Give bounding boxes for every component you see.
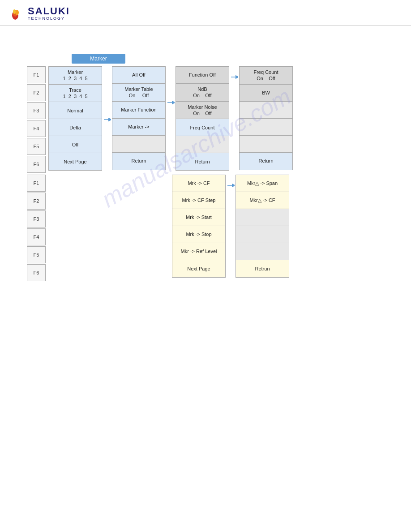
cell-marker-numbers[interactable]: Marker1 2 3 4 5 (49, 67, 102, 85)
panel-2: All Off Marker TableOn Off Marker Functi… (112, 66, 166, 170)
fkey-col-1: F1 F2 F3 F4 F5 F6 (27, 66, 46, 173)
cell-empty-p6b (236, 226, 289, 243)
panel-function: Function Off NdBOn Off Marker NoiseOn Of… (176, 66, 229, 171)
connector-svg-1 (103, 69, 111, 171)
fkey-f6-bot[interactable]: F6 (27, 264, 46, 281)
cell-marker-function[interactable]: Marker Function (112, 102, 165, 119)
arrow-3 (229, 66, 239, 173)
arrow-1 (102, 66, 112, 173)
cell-trace[interactable]: Trace1 2 3 4 5 (49, 85, 102, 103)
cell-empty-p6a (236, 209, 289, 226)
cell-marker-table[interactable]: Marker TableOn Off (112, 84, 165, 102)
svg-point-3 (13, 9, 16, 14)
marker-label: Marker (72, 54, 125, 64)
main-content: Marker F1 F2 F3 F4 F5 F6 Marker1 2 3 4 5… (27, 54, 402, 281)
panel-delta-dest: Mkr△ -> Span Mkr△ -> CF Retrun (235, 175, 289, 278)
fkey-f6-top[interactable]: F6 (27, 156, 46, 173)
cell-marker-arrow[interactable]: Marker -> (112, 119, 165, 136)
cell-mrk-start[interactable]: Mrk -> Start (172, 209, 225, 226)
cell-mkr-ref-level[interactable]: Mkr -> Ref Level (172, 243, 225, 260)
cell-function-off[interactable]: Function Off (176, 67, 229, 84)
cell-return-p3[interactable]: Return (176, 153, 229, 170)
panel-freq-count: Freq CountOn Off BW Return (239, 66, 293, 170)
connector-svg-2 (167, 69, 175, 171)
cell-marker-noise[interactable]: Marker NoiseOn Off (176, 102, 229, 120)
fkey-f3-bot[interactable]: F3 (27, 210, 46, 227)
fkey-f3-top[interactable]: F3 (27, 102, 46, 119)
cell-bw[interactable]: BW (240, 85, 292, 102)
cell-empty-p4a (240, 102, 292, 119)
panel-marker: Marker1 2 3 4 5 Trace1 2 3 4 5 Normal De… (48, 66, 102, 171)
cell-delta[interactable]: Delta (49, 119, 102, 136)
cell-mrk-stop[interactable]: Mrk -> Stop (172, 226, 225, 243)
cell-empty-p6c (236, 243, 289, 260)
logo-icon (9, 5, 25, 21)
fkey-f5-bot[interactable]: F5 (27, 246, 46, 263)
logo-subtitle: TECHNOLOGY (28, 16, 70, 21)
cell-off[interactable]: Off (49, 136, 102, 153)
fkey-f4-bot[interactable]: F4 (27, 228, 46, 245)
cell-freq-count[interactable]: Freq Count (176, 119, 229, 136)
panel-marker-dest: Mrk -> CF Mrk -> CF Step Mrk -> Start Mr… (172, 175, 226, 278)
cell-empty-p4b (240, 119, 292, 136)
fkey-f1-bot[interactable]: F1 (27, 175, 46, 192)
cell-next-page[interactable]: Next Page (49, 153, 102, 170)
top-panels-row: F1 F2 F3 F4 F5 F6 Marker1 2 3 4 5 Trace1… (27, 66, 402, 173)
cell-all-off[interactable]: All Off (112, 67, 165, 84)
fkey-f2-top[interactable]: F2 (27, 84, 46, 101)
header: SALUKI TECHNOLOGY (0, 0, 411, 26)
cell-freq-count-onoff[interactable]: Freq CountOn Off (240, 67, 292, 85)
cell-empty-p2 (112, 136, 165, 153)
connector-svg-4 (227, 177, 235, 279)
arrow-4 (226, 175, 235, 281)
svg-point-2 (15, 10, 19, 15)
cell-ndb[interactable]: NdBOn Off (176, 84, 229, 102)
cell-mkr-delta-cf[interactable]: Mkr△ -> CF (236, 192, 289, 209)
cell-retrun[interactable]: Retrun (236, 260, 289, 277)
cell-normal[interactable]: Normal (49, 102, 102, 119)
cell-empty-p4c (240, 136, 292, 153)
cell-next-page-p5[interactable]: Next Page (172, 260, 225, 277)
cell-return-p4[interactable]: Return (240, 153, 292, 170)
fkey-f2-bot[interactable]: F2 (27, 193, 46, 210)
fkey-f5-top[interactable]: F5 (27, 138, 46, 155)
logo-company: SALUKI (28, 6, 70, 16)
logo-text: SALUKI TECHNOLOGY (28, 6, 70, 21)
fkey-col-2: F1 F2 F3 F4 F5 F6 (27, 175, 46, 281)
fkey-f4-top[interactable]: F4 (27, 120, 46, 137)
cell-mkr-delta-span[interactable]: Mkr△ -> Span (236, 175, 289, 192)
bottom-panels-row: F1 F2 F3 F4 F5 F6 Mrk -> CF Mrk -> CF St… (27, 175, 402, 281)
fkey-f1-top[interactable]: F1 (27, 66, 46, 83)
cell-mrk-cf[interactable]: Mrk -> CF (172, 175, 225, 192)
cell-return-p2[interactable]: Return (112, 153, 165, 170)
connector-svg-3 (230, 69, 238, 171)
cell-mrk-cf-step[interactable]: Mrk -> CF Step (172, 192, 225, 209)
cell-empty-p3 (176, 136, 229, 153)
logo: SALUKI TECHNOLOGY (9, 5, 70, 21)
arrow-2 (166, 66, 176, 173)
